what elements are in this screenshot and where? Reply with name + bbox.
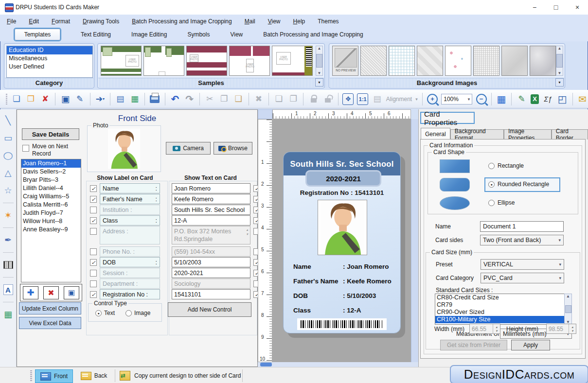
value-input-name[interactable]: Joan Romero — [172, 183, 250, 193]
menu-format[interactable]: Format — [52, 18, 70, 25]
crop-icon[interactable]: ◰ — [557, 93, 568, 105]
image-tool-icon[interactable]: ▦ — [3, 309, 14, 320]
bottombar-drag-handle[interactable] — [30, 370, 32, 381]
background-thumb-fine-grid[interactable] — [473, 46, 499, 76]
size-item[interactable]: CR80-Credit Card Size — [435, 294, 571, 301]
label-checkbox-address[interactable] — [90, 228, 97, 235]
field-label-address[interactable]: Address : — [100, 226, 160, 244]
address-spinner[interactable]: ▴▾ — [246, 227, 248, 236]
mail-icon[interactable]: ✉ — [577, 93, 588, 105]
record-item[interactable]: Lillith Daniel--4 — [21, 184, 81, 192]
card-field-label[interactable]: Name — [293, 263, 311, 270]
alignment-icon[interactable]: ▤ — [372, 93, 383, 105]
canvas-vertical-scrollbar[interactable] — [411, 119, 419, 362]
redo-icon[interactable]: ↷ — [184, 93, 195, 105]
back-side-button[interactable]: Back — [77, 369, 111, 382]
notes-icon[interactable]: ▤ — [115, 93, 126, 105]
delete-record-icon[interactable]: ✖ — [43, 286, 59, 299]
background-thumb-no-preview[interactable]: NO PREVIEW — [332, 46, 358, 76]
background-thumb-flowers[interactable] — [445, 46, 471, 76]
ungroup-icon[interactable]: ❐ — [288, 93, 299, 105]
view-excel-data-button[interactable]: View Excel Data — [19, 317, 81, 329]
menu-drawing-tools[interactable]: Drawing Tools — [83, 18, 119, 25]
record-item[interactable]: Davis Sellers--2 — [21, 168, 81, 176]
line-tool-icon[interactable]: ╲ — [3, 115, 14, 126]
export-icon[interactable]: ➔▾ — [94, 93, 106, 105]
label-checkbox-fathers-name[interactable]: ✓ — [90, 196, 97, 203]
apply-button[interactable]: Apply — [511, 340, 550, 350]
maximize-button[interactable]: □ — [545, 0, 567, 14]
menu-view[interactable]: View — [268, 18, 281, 25]
insert-image-icon[interactable]: ▦ — [129, 93, 141, 105]
student-photo[interactable] — [108, 128, 140, 169]
card-field-value[interactable]: : Keefe Romero — [343, 278, 392, 285]
sample-template-2[interactable] — [143, 46, 184, 76]
save-details-button[interactable]: Save Details — [22, 128, 79, 140]
barcode-tool-icon[interactable] — [3, 260, 14, 270]
record-item[interactable]: Bryar Pitts--3 — [21, 176, 81, 184]
record-item[interactable]: Joan Romero--1 — [21, 159, 81, 168]
value-input-dob[interactable]: 5/10/2003 — [172, 257, 250, 267]
paste-icon[interactable]: ❑ — [233, 93, 244, 105]
menu-file[interactable]: File — [7, 18, 16, 25]
label-checkbox-session[interactable] — [90, 270, 97, 277]
label-checkbox-registration[interactable]: ✓ — [90, 291, 97, 298]
text-tool-icon[interactable]: A — [3, 284, 13, 295]
height-spinner[interactable]: 98.55 ▴▾ — [546, 324, 576, 334]
value-input-registration[interactable]: 15413101 — [172, 289, 250, 299]
minimize-button[interactable]: − — [524, 0, 545, 14]
delete-object-icon[interactable]: ✖ — [253, 93, 265, 105]
star-tool-icon[interactable]: ☆ — [3, 185, 14, 196]
size-item-selected[interactable]: CR100-Military Size — [435, 316, 571, 323]
custom-shape-tool-icon[interactable]: ✶ — [3, 210, 14, 221]
card-field-value[interactable]: : 12-A — [343, 307, 361, 314]
value-input-department[interactable]: Sociology — [172, 279, 250, 289]
save-record-icon[interactable]: ▣ — [64, 286, 79, 299]
tab-batch-processing[interactable]: Batch Processing and Image Cropping — [263, 31, 363, 38]
card-field-label[interactable]: Father's Name — [293, 278, 339, 285]
lock-icon[interactable] — [308, 93, 319, 105]
card-field-label[interactable]: Class — [293, 307, 311, 314]
samples-dropdown-icon[interactable]: ▼ — [315, 78, 323, 87]
card-category-select[interactable]: PVC_Card▾ — [481, 273, 564, 283]
signature-tool-icon[interactable]: ✒ — [3, 235, 14, 245]
menu-edit[interactable]: Edit — [29, 18, 39, 25]
zoom-level-select[interactable]: 100%▾ — [441, 94, 472, 104]
cut-icon[interactable]: ✂ — [204, 93, 215, 105]
rounded-rectangle-radio[interactable]: ● — [488, 181, 495, 188]
background-thumb-graph-grid[interactable] — [389, 46, 415, 76]
menu-mail[interactable]: Mail — [245, 18, 255, 25]
print-icon[interactable] — [149, 93, 160, 105]
record-item[interactable]: Craig Williams--5 — [21, 192, 81, 201]
card-field-value[interactable]: : Joan Romero — [343, 263, 389, 270]
text-radio[interactable]: ● — [95, 310, 102, 316]
zoom-in-icon[interactable]: + — [427, 93, 438, 105]
background-thumb-marble[interactable] — [530, 46, 556, 76]
field-label-registration[interactable]: Registration No : — [100, 289, 160, 299]
field-label-institution[interactable]: Institution : — [100, 205, 160, 215]
image-radio[interactable] — [125, 310, 132, 316]
label-checkbox-class[interactable]: ✓ — [90, 217, 97, 224]
label-checkbox-name[interactable]: ✓ — [90, 185, 97, 192]
value-input-fathers-name[interactable]: Keefe Romero — [172, 194, 250, 204]
add-new-control-button[interactable]: Add New Control — [168, 302, 251, 317]
menu-themes[interactable]: Themes — [318, 18, 339, 25]
sample-template-1[interactable]: USER PHOTO — [101, 46, 142, 76]
tab-card-border[interactable]: Card Border — [552, 129, 588, 139]
toolbar-drag-handle[interactable] — [6, 94, 7, 104]
group-icon[interactable]: ❏ — [273, 93, 285, 105]
field-label-fathers-name[interactable]: Father's Name: — [100, 194, 160, 204]
value-input-address[interactable]: P.O. Box 372 Montes Rd.Springdale ▴▾ — [172, 226, 250, 244]
canvas-horizontal-scrollbar[interactable] — [258, 362, 418, 367]
browse-button[interactable]: Browse — [214, 142, 252, 155]
alignment-label[interactable]: Alignment — [386, 96, 412, 103]
document-name-input[interactable]: Document 1 — [480, 221, 564, 232]
card-field-value[interactable]: : 5/10/2003 — [343, 292, 376, 299]
record-item[interactable]: Willow Hunt--8 — [21, 217, 81, 226]
alignment-dropdown-icon[interactable]: ▾ — [415, 97, 418, 102]
tab-templates[interactable]: Templates — [15, 29, 60, 40]
card-sides-select[interactable]: Two (Front and Back)▾ — [480, 235, 564, 245]
rectangle-radio[interactable] — [488, 163, 495, 169]
value-input-class[interactable]: 12-A — [172, 215, 250, 226]
menu-help[interactable]: Help — [293, 18, 305, 25]
